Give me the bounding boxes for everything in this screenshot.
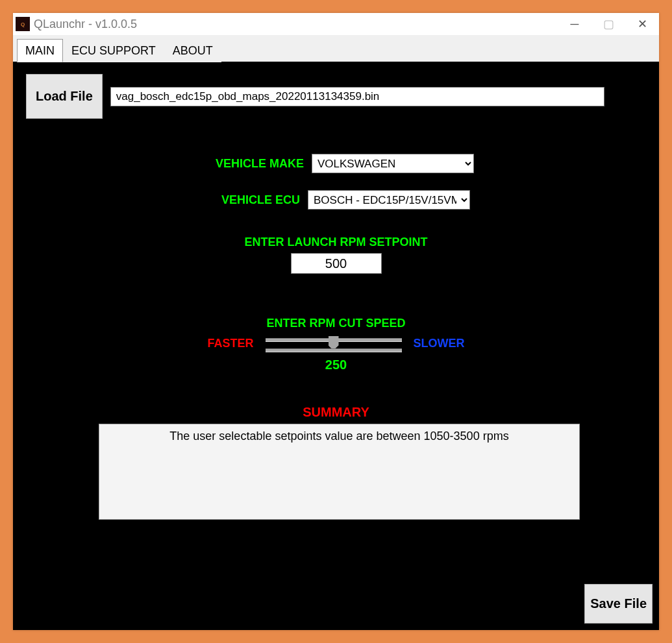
vehicle-make-select[interactable]: VOLKSWAGEN <box>312 154 474 173</box>
tab-ecu-support[interactable]: ECU SUPPORT <box>63 39 164 62</box>
summary-heading: SUMMARY <box>21 405 651 420</box>
window-controls: ─ ▢ ✕ <box>558 13 659 35</box>
launch-setpoint-block: ENTER LAUNCH RPM SETPOINT <box>21 236 651 274</box>
tab-main[interactable]: MAIN <box>17 39 63 62</box>
slider-track-top <box>266 338 402 342</box>
slower-label: SLOWER <box>414 337 465 350</box>
app-window: Q QLaunchr - v1.0.0.5 ─ ▢ ✕ MAIN ECU SUP… <box>13 13 659 630</box>
load-file-button[interactable]: Load File <box>26 74 103 119</box>
app-icon: Q <box>16 17 30 31</box>
rpm-cut-slider[interactable] <box>266 334 402 352</box>
rpm-cut-block: ENTER RPM CUT SPEED FASTER SLOWER 250 <box>21 317 651 372</box>
faster-label: FASTER <box>207 337 253 350</box>
vehicle-form: VEHICLE MAKE VOLKSWAGEN VEHICLE ECU BOSC… <box>21 154 651 210</box>
vehicle-ecu-label: VEHICLE ECU <box>216 193 300 207</box>
slider-track-bottom <box>266 348 402 352</box>
rpm-cut-value: 250 <box>21 358 651 372</box>
launch-rpm-label: ENTER LAUNCH RPM SETPOINT <box>21 236 651 249</box>
vehicle-ecu-select[interactable]: BOSCH - EDC15P/15V/15VM <box>308 190 470 210</box>
summary-text: The user selectable setpoints value are … <box>169 430 508 443</box>
rpm-cut-label: ENTER RPM CUT SPEED <box>21 317 651 330</box>
rpm-cut-slider-row: FASTER SLOWER <box>21 334 651 352</box>
save-file-button[interactable]: Save File <box>584 584 653 624</box>
minimize-button[interactable]: ─ <box>558 13 591 35</box>
vehicle-ecu-row: VEHICLE ECU BOSCH - EDC15P/15V/15VM <box>21 190 651 210</box>
window-title: QLaunchr - v1.0.0.5 <box>34 18 558 31</box>
summary-textbox[interactable]: The user selectable setpoints value are … <box>99 424 580 520</box>
tab-bar: MAIN ECU SUPPORT ABOUT <box>13 35 659 62</box>
vehicle-make-row: VEHICLE MAKE VOLKSWAGEN <box>21 154 651 173</box>
tab-about[interactable]: ABOUT <box>164 39 221 62</box>
main-panel: Load File VEHICLE MAKE VOLKSWAGEN VEHICL… <box>13 62 659 630</box>
load-file-row: Load File <box>26 74 651 119</box>
file-path-input[interactable] <box>110 87 604 106</box>
launch-rpm-input[interactable] <box>291 253 382 274</box>
vehicle-make-label: VEHICLE MAKE <box>216 157 304 171</box>
close-button[interactable]: ✕ <box>625 13 659 35</box>
maximize-button[interactable]: ▢ <box>591 13 625 35</box>
titlebar: Q QLaunchr - v1.0.0.5 ─ ▢ ✕ <box>13 13 659 35</box>
